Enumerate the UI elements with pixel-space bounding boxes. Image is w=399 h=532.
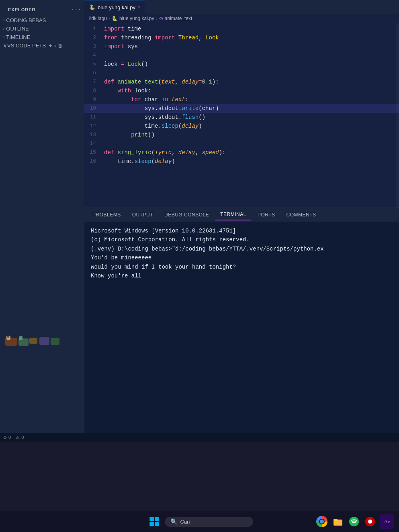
code-line: 15def sing_lyric(lyric, delay, speed): — [84, 148, 399, 157]
sidebar-item-vs-code-pets[interactable]: ∨ VS CODE PETS + ○ 🗑 — [0, 41, 84, 50]
spotify-icon — [349, 516, 359, 527]
line-content: def sing_lyric(lyric, delay, speed): — [102, 148, 399, 157]
chevron-right-icon: › — [3, 18, 4, 22]
pet-sprites-area — [0, 327, 84, 351]
taskbar-search-bar[interactable]: 🔍 Cari — [165, 517, 253, 527]
panel-tab-debug-console[interactable]: DEBUG CONSOLE — [160, 210, 214, 220]
breadcrumb-part-2[interactable]: blue yung kai.py — [119, 16, 154, 21]
breadcrumb-part-3[interactable]: animate_text — [165, 16, 192, 21]
code-line: 4 — [84, 51, 399, 60]
svg-rect-8 — [149, 517, 154, 521]
sidebar-item-coding-bebas[interactable]: › CODING BEBAS — [0, 16, 84, 24]
code-line: 3import sys — [84, 42, 399, 51]
line-content: with lock: — [102, 86, 399, 95]
breadcrumb-sep-1: › — [108, 16, 110, 21]
breadcrumb-sep-2: › — [156, 16, 158, 21]
python-icon: 🐍 — [112, 16, 118, 21]
warning-icon: ⚠ — [16, 435, 20, 440]
chevron-down-icon: ∨ — [3, 43, 7, 49]
sidebar-item-label: CODING BEBAS — [6, 17, 46, 23]
line-content: sys.stdout.write(char) — [102, 104, 399, 113]
line-content: for char in text: — [102, 95, 399, 104]
line-content: import time — [102, 24, 399, 33]
sidebar-item-label: OUTLINE — [6, 26, 29, 32]
code-line: 9 for char in text: — [84, 95, 399, 104]
code-line: 10 sys.stdout.write(char) — [84, 104, 399, 113]
line-number: 6 — [84, 69, 102, 77]
chevron-right-icon: › — [3, 35, 4, 39]
terminal-line: You'd be mineeeeee — [91, 253, 393, 262]
explorer-title: EXPLORER — [3, 6, 41, 14]
sidebar-item-timeline[interactable]: › TIMELINE — [0, 33, 84, 41]
taskbar-right-icons: Ae — [315, 514, 394, 529]
sidebar-item-outline[interactable]: › OUTLINE — [0, 24, 84, 33]
line-number: 7 — [84, 77, 102, 86]
pets-settings-button[interactable]: ○ — [53, 43, 56, 49]
terminal-area[interactable]: Microsoft Windows [Version 10.0.22631.47… — [84, 222, 399, 442]
line-content: time.sleep(delay) — [102, 157, 399, 166]
folder-icon — [333, 516, 343, 527]
chevron-right-icon: › — [3, 26, 4, 31]
line-content: import sys — [102, 42, 399, 51]
terminal-line: would you mind if I took your hand tonig… — [91, 263, 393, 271]
pet-sprite — [3, 330, 68, 350]
editor-area: 1import time2from threading import Threa… — [84, 23, 399, 208]
line-number: 14 — [84, 139, 102, 148]
sidebar-top: EXPLORER ··· — [0, 3, 84, 16]
panel-tab-output[interactable]: OUTPUT — [127, 210, 158, 220]
pets-delete-button[interactable]: 🗑 — [58, 43, 63, 49]
ae-taskbar-icon[interactable]: Ae — [380, 514, 394, 529]
editor-scrollbar[interactable] — [396, 23, 399, 208]
pets-add-button[interactable]: + — [49, 43, 52, 49]
svg-point-2 — [7, 336, 9, 338]
code-line: 13 print() — [84, 130, 399, 139]
panel-tab-problems[interactable]: PROBLEMS — [88, 210, 126, 220]
line-number: 10 — [84, 104, 102, 113]
line-number: 1 — [84, 24, 102, 33]
line-number: 12 — [84, 122, 102, 130]
ae-icon-text: Ae — [384, 518, 390, 525]
pets-actions: + ○ 🗑 — [49, 43, 63, 49]
taskbar-search-text: Cari — [180, 519, 190, 525]
line-content: time.sleep(delay) — [102, 122, 399, 130]
error-count: 0 — [8, 435, 11, 440]
line-content: print() — [102, 130, 399, 139]
panel-tab-comments[interactable]: COMMENTS — [282, 210, 321, 220]
line-number: 16 — [84, 157, 102, 166]
line-number: 15 — [84, 148, 102, 157]
terminal-line: (.venv) D:\coding bebas>"d:/coding bebas… — [91, 245, 393, 253]
svg-point-16 — [368, 520, 372, 524]
panel-tab-terminal[interactable]: TERMINAL — [215, 209, 251, 220]
code-lines: 1import time2from threading import Threa… — [84, 23, 399, 167]
taskbar-inner: 🔍 Cari — [0, 511, 399, 532]
record-taskbar-icon[interactable] — [364, 515, 376, 528]
warning-count: 0 — [21, 435, 24, 440]
status-errors[interactable]: ⊘ 0 — [3, 435, 11, 440]
code-line: 11 sys.stdout.flush() — [84, 113, 399, 122]
terminal-line: Know you're all — [91, 271, 393, 280]
code-line: 2from threading import Thread, Lock — [84, 33, 399, 42]
python-file-icon: 🐍 — [89, 4, 95, 10]
breadcrumb-part-1[interactable]: lirik lagu — [89, 16, 107, 21]
chrome-taskbar-icon[interactable] — [315, 515, 328, 528]
chrome-logo-icon — [316, 516, 327, 527]
sidebar-pets-label: VS CODE PETS — [7, 43, 46, 49]
tab-blue-yung-kai[interactable]: 🐍 blue yung kai.py × — [84, 0, 145, 14]
line-number: 2 — [84, 33, 102, 42]
spotify-taskbar-icon[interactable] — [348, 515, 360, 528]
svg-rect-10 — [149, 522, 154, 526]
svg-rect-5 — [29, 338, 37, 344]
panel-tabs: PROBLEMSOUTPUTDEBUG CONSOLETERMINALPORTS… — [84, 208, 399, 222]
record-icon — [365, 516, 375, 527]
svg-rect-7 — [51, 338, 59, 345]
files-taskbar-icon[interactable] — [331, 515, 344, 528]
status-warnings[interactable]: ⚠ 0 — [16, 435, 24, 440]
panel-tab-ports[interactable]: PORTS — [253, 210, 280, 220]
line-number: 11 — [84, 113, 102, 122]
sidebar-more-button[interactable]: ··· — [71, 6, 81, 13]
code-line: 6 — [84, 69, 399, 77]
tab-close-button[interactable]: × — [138, 5, 140, 10]
tab-label: blue yung kai.py — [98, 4, 135, 10]
svg-rect-11 — [155, 522, 159, 526]
windows-start-button[interactable] — [146, 514, 162, 530]
